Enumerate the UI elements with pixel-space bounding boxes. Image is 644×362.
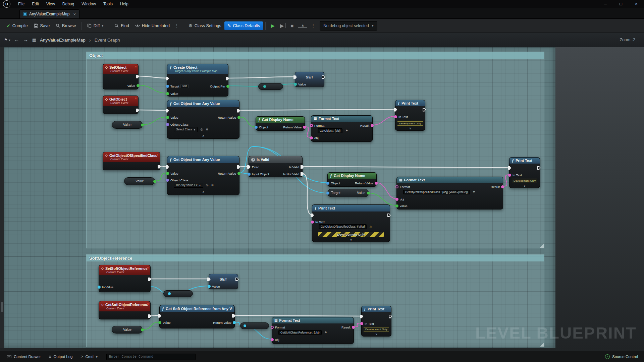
debug-object-dropdown[interactable]: No debug object selected ▾ [320, 21, 377, 31]
reroute-a[interactable] [258, 83, 283, 90]
exec-pin[interactable] [293, 75, 297, 79]
obj-pin[interactable] [395, 198, 398, 201]
node-header[interactable]: ƒPrint Text [312, 205, 390, 212]
format-pin[interactable] [271, 326, 274, 329]
menu-debug[interactable]: Debug [59, 0, 78, 8]
graph-viewport[interactable]: ObjectSoftObjectReference ◇SetObjectCust… [0, 47, 644, 351]
return-value-pin[interactable] [233, 321, 236, 324]
get-display-name-2[interactable]: ƒGet Display NameObjectReturn Value [327, 172, 377, 187]
print-text-1[interactable]: ƒPrint TextIn TextDevelopment Only∨ [395, 100, 425, 131]
node-header[interactable]: ▤Format Text [397, 177, 503, 183]
exec-pin[interactable] [158, 314, 161, 318]
text-value-field[interactable]: GetObject : {obj} [318, 128, 342, 133]
target-pin[interactable] [326, 191, 329, 194]
node-header[interactable]: ƒGet Object from Any Value [167, 100, 239, 107]
return-value-pin[interactable] [375, 182, 378, 185]
node-header[interactable]: ◇GetObjectCustom Event [103, 96, 138, 106]
format-text-3[interactable]: ▤Format TextFormatResultGetSoftObjectRef… [272, 317, 354, 344]
in-text-pin[interactable] [508, 174, 511, 177]
reroute-b[interactable] [163, 290, 193, 297]
node-header[interactable]: ƒGet Display Name [256, 117, 305, 123]
value-pin[interactable] [166, 172, 169, 175]
use-selected-icon[interactable]: ◎ [206, 183, 209, 187]
set-value-object[interactable]: SETValue [295, 72, 324, 87]
scrollbar-thumb[interactable] [1, 302, 3, 312]
exec-pin[interactable] [166, 109, 169, 113]
collapse-chevron-icon[interactable]: ∨ [350, 238, 352, 241]
get-soft-object-reference-event[interactable]: ◇GetSoftObjectReferenceCustom Event [99, 301, 151, 319]
cmd-dropdown[interactable]: > Cmd ▾ [77, 353, 101, 360]
tab-anyvalueexamplemap[interactable]: AnyValueExampleMap × [19, 9, 79, 18]
print-text-4[interactable]: ƒPrint TextIn TextDevelopment Only∨ [361, 306, 391, 337]
use-selected-icon[interactable]: ◎ [200, 128, 203, 131]
browse-button[interactable]: Browse [53, 21, 79, 30]
in-text-pin[interactable] [360, 322, 363, 325]
browse-icon[interactable]: ⊕ [211, 183, 214, 187]
menu-window[interactable]: Window [78, 0, 100, 8]
target-value-pill[interactable]: TargetValue [327, 189, 369, 197]
return-value-pin[interactable] [303, 126, 306, 129]
delegate-pin[interactable] [147, 303, 149, 305]
node-header[interactable]: ▤Format Text [272, 317, 354, 323]
value-pill-3[interactable]: Value [112, 326, 143, 334]
value-pin[interactable] [137, 84, 140, 87]
get-object-of-specified-class-event[interactable]: ◇GetObjectOfSpecifiedClassCustom Event [103, 152, 160, 170]
text-value-field[interactable]: GetObjectOfSpecifiedClass : {obj} (value… [403, 190, 470, 194]
menu-tools[interactable]: Tools [100, 0, 116, 8]
reroute-c[interactable] [240, 322, 269, 329]
node-header[interactable]: ƒGet Soft Object Reference from Any Valu… [160, 305, 234, 312]
breadcrumb-map[interactable]: AnyValueExampleMap [40, 38, 86, 43]
format-text-2[interactable]: ▤Format TextFormatResultGetObjectOfSpeci… [396, 177, 503, 209]
comment-resize-handle[interactable] [539, 243, 544, 248]
input-object-pin[interactable] [248, 173, 251, 176]
format-text-1[interactable]: ▤Format TextFormatResultGetObject : {obj… [311, 115, 373, 142]
value-pin[interactable] [395, 204, 398, 207]
target-pin[interactable] [166, 85, 169, 88]
tab-close-icon[interactable]: × [73, 12, 76, 17]
breadcrumb-event-graph[interactable]: Event Graph [95, 38, 120, 43]
exec-pin[interactable] [207, 278, 211, 281]
play-button[interactable]: ▶ [268, 23, 277, 28]
value-pin[interactable] [158, 321, 161, 324]
close-button[interactable]: × [629, 0, 644, 8]
exec-pin[interactable] [360, 315, 363, 318]
node-header[interactable]: ƒPrint Text [509, 158, 540, 164]
self-chip[interactable]: self [180, 84, 188, 88]
value-pill-2[interactable]: Value [124, 177, 155, 185]
format-pin[interactable] [310, 124, 313, 127]
class-defaults-button[interactable]: ✎ Class Defaults [224, 21, 263, 30]
collapse-chevron-icon[interactable]: ∧ [202, 134, 205, 137]
node-header[interactable]: ƒPrint Text [362, 306, 391, 312]
collapse-chevron-icon[interactable]: ∨ [524, 184, 526, 187]
format-pin[interactable] [395, 185, 398, 188]
node-header[interactable]: ƒPrint Text [395, 100, 425, 106]
obj-pin[interactable] [310, 136, 313, 139]
maximize-button[interactable]: □ [613, 0, 629, 8]
exec-pin[interactable] [508, 166, 511, 170]
exec-pin[interactable] [166, 77, 169, 80]
output-pin-pin[interactable] [226, 85, 229, 88]
delegate-pin[interactable] [135, 97, 137, 100]
find-button[interactable]: Find [111, 21, 132, 30]
node-header[interactable]: ƒCreate ObjectTarget is Any Value Exampl… [167, 64, 228, 74]
stop-button[interactable]: ■ [288, 23, 296, 28]
diff-button[interactable]: Diff ▾ [84, 21, 107, 30]
in-value-pin[interactable] [98, 286, 101, 289]
node-header[interactable]: ƒGet Display Name [328, 173, 376, 179]
toolbar-options-icon[interactable]: ⋮ [173, 23, 180, 28]
in-text-pin[interactable] [394, 115, 397, 118]
save-button[interactable]: Save [31, 21, 53, 30]
value-pin[interactable] [166, 92, 169, 95]
set-value-soft[interactable]: SETValue [209, 274, 238, 289]
value-pin[interactable] [208, 285, 211, 288]
return-value-pin[interactable] [237, 116, 240, 119]
set-soft-object-reference-event[interactable]: ◇SetSoftObjectReferenceCustom EventIn Va… [99, 265, 151, 292]
is-valid[interactable]: ?Is ValidExecIs ValidInput ObjectIs Not … [249, 156, 303, 177]
value-pin[interactable] [367, 191, 370, 194]
browse-icon[interactable]: ⊕ [206, 128, 208, 131]
menu-edit[interactable]: Edit [28, 0, 43, 8]
hide-unrelated-button[interactable]: Hide Unrelated [132, 21, 173, 30]
result-pin[interactable] [352, 326, 355, 329]
class-select-dropdown[interactable]: Select Class▾ [174, 127, 198, 132]
value-pin[interactable] [141, 123, 144, 126]
